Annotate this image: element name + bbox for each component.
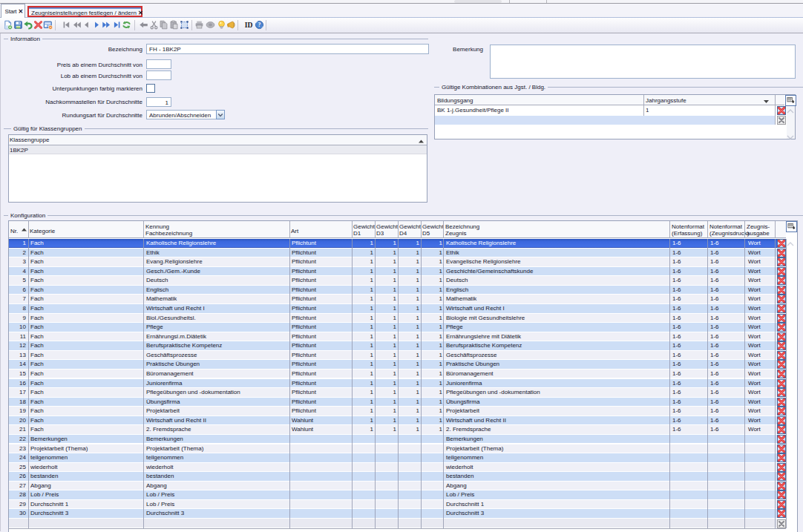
- svg-text:ID: ID: [245, 21, 253, 29]
- svg-text:?: ?: [258, 22, 260, 28]
